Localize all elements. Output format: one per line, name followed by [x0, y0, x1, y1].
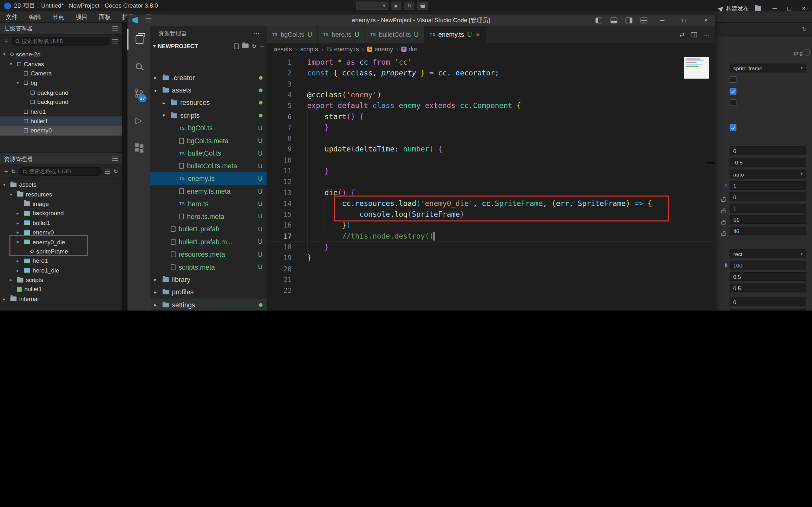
- tree-chevron-icon[interactable]: ▾: [16, 239, 21, 244]
- explorer-item[interactable]: bgCol.ts.metaU: [150, 134, 266, 147]
- asset-node[interactable]: ▾assets: [0, 180, 122, 189]
- compare-changes-icon[interactable]: ⇄: [679, 31, 684, 38]
- asset-node[interactable]: spriteFrame: [0, 246, 122, 256]
- asset-node[interactable]: ▸scripts: [0, 275, 122, 285]
- tree-chevron-icon[interactable]: ▸: [3, 296, 8, 301]
- code-line[interactable]: 12: [267, 176, 715, 187]
- explorer-item[interactable]: ▸resources: [150, 97, 266, 109]
- explorer-item[interactable]: bulletCol.ts.metaU: [150, 160, 266, 172]
- code-line[interactable]: 9 update(deltaTime: number) {: [267, 144, 715, 155]
- menu-item-文件[interactable]: 文件: [0, 11, 23, 22]
- hierarchy-node[interactable]: hero1: [0, 107, 122, 116]
- asset-node[interactable]: image: [0, 199, 122, 209]
- assets-list-icon[interactable]: [104, 170, 110, 174]
- code-line[interactable]: 1import * as cc from 'cc': [267, 57, 715, 68]
- split-editor-icon[interactable]: [691, 32, 697, 37]
- hierarchy-node[interactable]: background: [0, 88, 122, 97]
- source-control-activity-icon[interactable]: 37: [128, 83, 150, 103]
- toggle-panel-icon[interactable]: [611, 17, 617, 23]
- inspector-input[interactable]: 1: [729, 204, 806, 213]
- hierarchy-filter-icon[interactable]: [112, 39, 118, 43]
- menu-item-节点[interactable]: 节点: [47, 11, 70, 22]
- tree-chevron-icon[interactable]: ▸: [163, 101, 168, 106]
- explorer-item[interactable]: TSbulletCol.tsU: [150, 147, 266, 160]
- extensions-activity-icon[interactable]: [128, 136, 150, 157]
- refresh-assets-icon[interactable]: ↻: [113, 168, 118, 175]
- asset-node[interactable]: ▸background: [0, 209, 122, 218]
- code-line[interactable]: 15 console.log(SpriteFrame): [267, 209, 715, 220]
- explorer-item[interactable]: ▾scripts: [150, 109, 266, 122]
- hierarchy-node[interactable]: ▾bg: [0, 78, 122, 88]
- tree-chevron-icon[interactable]: ▸: [16, 230, 21, 235]
- explorer-item[interactable]: hero.ts.metaU: [150, 210, 266, 223]
- tree-chevron-icon[interactable]: ▾: [163, 113, 168, 118]
- tree-chevron-icon[interactable]: ▾: [154, 88, 159, 93]
- inspector-refresh-icon[interactable]: ↻: [802, 26, 807, 33]
- code-editor[interactable]: 1import * as cc from 'cc'2const { ccclas…: [267, 55, 715, 311]
- minimap[interactable]: [684, 57, 709, 79]
- toggle-secondary-sidebar-icon[interactable]: [625, 17, 632, 23]
- menu-item-编辑[interactable]: 编辑: [23, 11, 46, 22]
- code-line[interactable]: 10: [267, 155, 715, 165]
- inspector-input[interactable]: 0.5: [729, 272, 806, 281]
- explorer-activity-icon[interactable]: [128, 29, 150, 49]
- vscode-maximize-button[interactable]: □: [677, 17, 691, 23]
- explorer-item[interactable]: ▾assets: [150, 84, 266, 97]
- explorer-item[interactable]: enemy.ts.metaU: [150, 185, 266, 198]
- code-line[interactable]: 4@ccclass('enemy'): [267, 89, 715, 100]
- code-line[interactable]: 5export default class enemy extends cc.C…: [267, 101, 715, 111]
- vscode-menu-icon[interactable]: [146, 18, 151, 22]
- breadcrumb-item-assets[interactable]: assets: [274, 46, 292, 53]
- hierarchy-menu-icon[interactable]: [112, 26, 118, 31]
- hierarchy-node[interactable]: Camera: [0, 69, 122, 78]
- assets-menu-icon[interactable]: [112, 157, 118, 161]
- hierarchy-node[interactable]: ▾Canvas: [0, 59, 122, 69]
- explorer-more-icon[interactable]: ···: [254, 30, 259, 37]
- code-line[interactable]: 11 }: [267, 165, 715, 176]
- editor-tab-hero.ts[interactable]: TShero.tsU: [318, 26, 365, 44]
- code-line[interactable]: 14 cc.resources.load('enemy0_die', cc.Sp…: [267, 198, 715, 209]
- vscode-close-button[interactable]: ×: [699, 17, 712, 23]
- tree-chevron-icon[interactable]: ▾: [3, 182, 8, 187]
- customize-layout-icon[interactable]: [641, 17, 647, 23]
- breadcrumb-item-die[interactable]: Mdie: [401, 46, 417, 53]
- tree-chevron-icon[interactable]: ▸: [154, 75, 159, 80]
- editor-more-icon[interactable]: ···: [703, 31, 710, 38]
- sort-assets-icon[interactable]: ⇅: [11, 169, 15, 174]
- asset-node[interactable]: ▸enemy0: [0, 228, 122, 237]
- code-line[interactable]: 22: [267, 285, 715, 296]
- hierarchy-node[interactable]: bullet1: [0, 116, 122, 126]
- inspector-input[interactable]: 0: [729, 309, 806, 311]
- asset-node[interactable]: ▾enemy0_die: [0, 237, 122, 246]
- menu-item-项目[interactable]: 项目: [70, 11, 93, 22]
- inspector-input[interactable]: 0: [729, 192, 806, 201]
- inspector-checkbox[interactable]: [729, 124, 736, 131]
- explorer-item[interactable]: resources.metaU: [150, 248, 266, 261]
- tree-chevron-icon[interactable]: ▸: [154, 302, 159, 307]
- tree-chevron-icon[interactable]: ▸: [16, 220, 21, 225]
- inspector-input[interactable]: 0.5: [729, 284, 806, 292]
- code-line[interactable]: 8: [267, 133, 715, 144]
- add-node-button[interactable]: +: [4, 38, 8, 45]
- vscode-minimize-button[interactable]: ─: [656, 17, 669, 23]
- asset-node[interactable]: bullet1: [0, 285, 122, 294]
- tree-chevron-icon[interactable]: ▾: [10, 192, 14, 197]
- tree-chevron-icon[interactable]: ▸: [154, 290, 159, 295]
- explorer-item[interactable]: TShero.tsU: [150, 198, 266, 210]
- code-line[interactable]: 3: [267, 78, 715, 89]
- code-line[interactable]: 17 //this.node.destroy(): [267, 231, 715, 241]
- inspector-input[interactable]: 51: [729, 215, 806, 224]
- new-folder-icon[interactable]: [242, 43, 248, 48]
- hierarchy-search-input[interactable]: 搜索名称或 UUID: [11, 37, 109, 46]
- toggle-sidebar-icon[interactable]: [596, 17, 602, 23]
- code-line[interactable]: 6 start() {: [267, 111, 715, 122]
- tree-chevron-icon[interactable]: ▾: [16, 80, 21, 86]
- code-line[interactable]: 21: [267, 274, 715, 285]
- tree-chevron-icon[interactable]: ▸: [16, 268, 21, 273]
- inspector-input[interactable]: -0.5: [729, 158, 806, 167]
- search-activity-icon[interactable]: [128, 56, 150, 76]
- tree-chevron-icon[interactable]: ▸: [154, 277, 159, 282]
- asset-node[interactable]: ▸hero1: [0, 256, 122, 266]
- inspector-checkbox[interactable]: [729, 88, 736, 95]
- project-section-header[interactable]: NEWPROJECT ↻ ─: [150, 40, 266, 52]
